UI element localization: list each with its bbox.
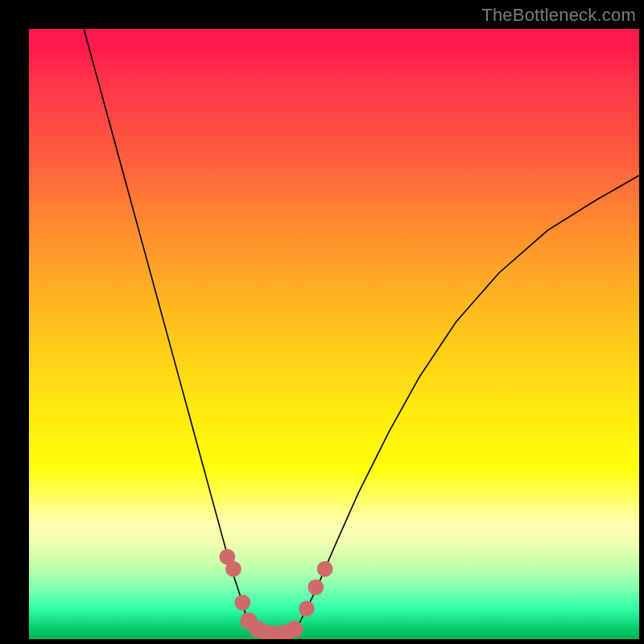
data-marker — [308, 580, 324, 596]
data-marker — [299, 601, 315, 617]
watermark-text: TheBottleneck.com — [481, 5, 636, 26]
data-marker — [317, 561, 333, 577]
chart-stage: TheBottleneck.com — [0, 0, 644, 644]
data-marker — [234, 595, 250, 611]
curve-left-branch — [84, 29, 249, 627]
bottleneck-curve — [84, 29, 639, 634]
plot-area — [29, 29, 639, 639]
curve-right-branch — [298, 175, 639, 627]
data-marker — [225, 561, 242, 577]
chart-svg — [29, 29, 639, 639]
valley-markers — [220, 549, 333, 639]
data-marker — [286, 621, 303, 638]
